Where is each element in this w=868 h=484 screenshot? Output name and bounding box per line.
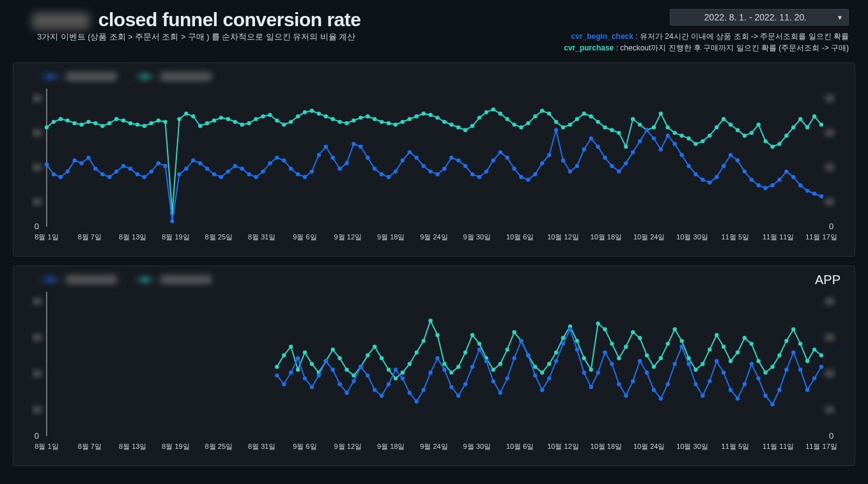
svg-point-119 — [666, 125, 670, 129]
svg-point-226 — [631, 150, 635, 154]
svg-text:8월 19일: 8월 19일 — [162, 442, 189, 450]
svg-point-313 — [477, 342, 481, 345]
legend-item[interactable] — [42, 275, 117, 284]
svg-point-94 — [492, 107, 495, 111]
svg-point-383 — [415, 400, 419, 404]
svg-point-426 — [715, 359, 718, 363]
svg-point-173 — [261, 169, 265, 173]
svg-point-90 — [463, 128, 467, 132]
legend-item[interactable] — [136, 275, 212, 284]
svg-point-336 — [638, 336, 642, 340]
svg-point-441 — [819, 365, 823, 368]
legend-label-redacted — [160, 275, 212, 284]
svg-point-315 — [492, 368, 495, 372]
date-range-picker[interactable]: 2022. 8. 1. - 2022. 11. 20. ▼ — [670, 9, 849, 26]
svg-point-403 — [554, 359, 558, 363]
svg-point-205 — [484, 169, 488, 173]
svg-point-39 — [107, 121, 111, 125]
legend-item[interactable] — [42, 72, 117, 81]
line-chart-app[interactable]: 008월 1일8월 7일8월 13일8월 19일8월 25일8월 31일9월 6… — [31, 288, 837, 454]
svg-point-361 — [812, 347, 816, 351]
svg-point-33 — [66, 118, 70, 122]
svg-point-106 — [575, 117, 579, 121]
svg-point-394 — [492, 379, 495, 383]
svg-point-168 — [226, 169, 230, 173]
svg-point-384 — [421, 388, 425, 391]
svg-point-249 — [791, 175, 795, 179]
svg-point-376 — [366, 374, 369, 377]
legend-swatch-icon — [42, 279, 59, 280]
svg-point-432 — [757, 376, 761, 380]
legend-row — [31, 273, 837, 288]
svg-point-219 — [582, 147, 586, 151]
desc-text-begin-check: : 유저가 24시간 이내에 상품 조회 -> 주문서조회를 일으킨 확률 — [633, 32, 849, 41]
svg-point-137 — [791, 125, 795, 129]
svg-point-303 — [408, 362, 412, 366]
svg-point-58 — [240, 123, 244, 126]
svg-point-79 — [387, 121, 391, 125]
svg-point-416 — [645, 370, 649, 374]
svg-point-209 — [512, 167, 516, 170]
svg-point-178 — [296, 172, 300, 176]
svg-text:0: 0 — [35, 222, 39, 231]
line-chart-overall[interactable]: 008월 1일8월 7일8월 13일8월 19일8월 25일8월 31일9월 6… — [31, 85, 837, 245]
svg-point-208 — [505, 156, 509, 160]
svg-point-66 — [296, 114, 300, 118]
svg-point-413 — [624, 394, 628, 398]
svg-point-439 — [805, 388, 809, 391]
svg-point-139 — [805, 125, 809, 129]
svg-point-220 — [589, 137, 593, 140]
svg-point-286 — [289, 345, 293, 349]
svg-point-353 — [757, 359, 761, 363]
svg-point-86 — [435, 116, 439, 119]
svg-point-115 — [638, 123, 642, 126]
svg-point-389 — [456, 394, 460, 398]
svg-point-298 — [373, 345, 376, 349]
legend-label-redacted — [66, 72, 117, 81]
svg-point-174 — [268, 161, 272, 165]
svg-point-363 — [275, 374, 279, 377]
svg-point-153 — [121, 164, 125, 168]
svg-point-146 — [72, 158, 76, 162]
svg-point-135 — [777, 142, 781, 146]
svg-point-341 — [673, 328, 677, 331]
svg-text:11월 17일: 11월 17일 — [805, 233, 837, 241]
legend-swatch-icon — [42, 76, 59, 77]
svg-point-381 — [401, 376, 405, 380]
svg-point-172 — [254, 175, 258, 179]
svg-point-340 — [666, 342, 670, 345]
legend-item[interactable] — [136, 72, 212, 81]
svg-point-287 — [296, 368, 300, 372]
svg-point-332 — [610, 342, 614, 345]
svg-point-299 — [380, 356, 384, 360]
svg-point-103 — [554, 120, 558, 124]
svg-text:9월 12일: 9월 12일 — [334, 233, 362, 241]
svg-point-88 — [449, 123, 453, 126]
svg-point-82 — [408, 117, 412, 121]
svg-point-148 — [86, 156, 90, 160]
svg-point-114 — [631, 117, 635, 121]
dashboard-header: closed funnel conversion rate 3가지 이벤트 (상… — [6, 6, 862, 59]
svg-point-120 — [673, 131, 677, 135]
svg-rect-262 — [825, 370, 834, 377]
svg-text:10월 12일: 10월 12일 — [547, 233, 579, 241]
svg-point-371 — [330, 368, 334, 372]
svg-point-398 — [519, 339, 523, 343]
svg-point-53 — [205, 121, 209, 125]
svg-point-121 — [679, 133, 683, 137]
svg-point-436 — [784, 368, 788, 372]
desc-key-begin-check: cvr_begin_check — [571, 32, 633, 41]
svg-point-352 — [750, 342, 754, 345]
svg-point-128 — [729, 123, 732, 126]
svg-rect-4 — [825, 95, 834, 102]
svg-point-318 — [512, 330, 516, 334]
svg-point-330 — [596, 322, 600, 326]
svg-point-342 — [679, 339, 683, 343]
svg-point-194 — [408, 150, 412, 154]
svg-point-73 — [345, 121, 348, 125]
svg-point-248 — [784, 169, 788, 173]
svg-text:8월 7일: 8월 7일 — [78, 442, 102, 450]
svg-text:10월 18일: 10월 18일 — [591, 233, 623, 241]
svg-point-80 — [394, 123, 398, 126]
svg-point-45 — [150, 121, 153, 125]
